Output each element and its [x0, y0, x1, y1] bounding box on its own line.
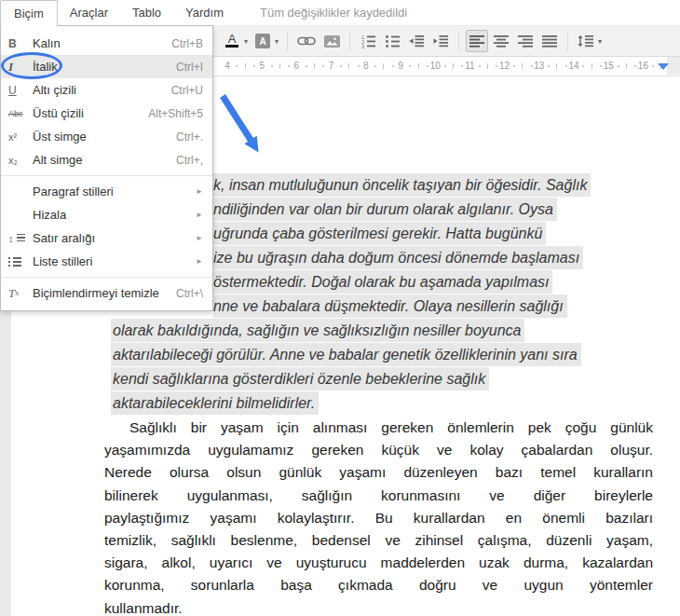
menu-item-list-styles[interactable]: Liste stilleri► — [1, 250, 212, 273]
increase-indent-icon — [433, 34, 448, 48]
menu-item-shortcut: Ctrl+. — [176, 130, 212, 144]
app-window: k, insan mutluluğunun öncelik taşıyan bi… — [0, 0, 680, 616]
menu-item-shortcut: Ctrl+U — [171, 84, 212, 97]
text-color-dropdown-icon[interactable]: ▾ — [244, 37, 248, 46]
highlight-color-dropdown-icon[interactable]: ▾ — [275, 37, 279, 46]
ruler-tick — [409, 65, 411, 67]
menu-item-label: Alt simge — [33, 153, 176, 167]
insert-link-button[interactable] — [294, 30, 319, 52]
highlight-color-button[interactable]: A — [252, 30, 274, 52]
ruler-number: 9 — [394, 61, 407, 71]
paragraph-line[interactable]: Sağlıklı bir yaşam için alınması gereken… — [104, 417, 653, 439]
menu-item-label: Satır aralığı — [33, 231, 196, 245]
selected-text-line[interactable]: olarak bakıldığında, sağlığın ve sağlıks… — [111, 319, 524, 342]
align-left-icon — [469, 34, 484, 48]
ruler-number: 13 — [533, 61, 546, 71]
ruler-tick — [306, 65, 307, 67]
ruler-number: 4 — [221, 61, 234, 71]
text-color-button[interactable]: A — [221, 30, 243, 52]
menu-separator — [1, 175, 212, 176]
ruler-number: 8 — [360, 61, 373, 71]
ruler-number: 6 — [290, 61, 303, 71]
paragraph-line[interactable]: yaşamımızda uygulamamız gereken küçük ve… — [104, 439, 653, 461]
selected-text-line[interactable]: aktarabileceklerini bilmelidirler. — [111, 391, 319, 415]
italic-icon: I — [8, 60, 33, 75]
ruler-number: 5 — [255, 61, 268, 71]
clear-formatting-icon: T — [8, 286, 33, 301]
selected-text-line[interactable]: kendi sağlıklarına gösterdikleri özenle … — [111, 367, 489, 390]
ruler-tick — [592, 63, 592, 69]
align-left-button[interactable] — [466, 30, 488, 52]
ruler-tick — [348, 63, 349, 69]
selected-text-line[interactable]: östermektedir. Doğal olarak bu aşamada y… — [213, 270, 552, 294]
paragraph-line[interactable]: bilinerek uygulanması, sağlığın korunmas… — [104, 485, 653, 507]
menu-item-paragraph-styles[interactable]: Paragraf stilleri► — [1, 180, 212, 203]
submenu-arrow-icon: ► — [196, 257, 212, 266]
format-menu-dropdown: BKalınCtrl+BIİtalikCtrl+IUAltı çiziliCtr… — [0, 25, 213, 311]
menu-item-line-spacing[interactable]: Satır aralığı► — [1, 226, 212, 250]
menubar-item-araçlar[interactable]: Araçlar — [58, 0, 120, 25]
ruler-tick — [548, 65, 550, 67]
body-paragraph: Sağlıklı bir yaşam için alınması gereken… — [104, 417, 653, 616]
menu-item-superscript[interactable]: x²Üst simgeCtrl+. — [1, 125, 212, 148]
bulleted-list-button[interactable] — [381, 30, 403, 52]
selected-text-line[interactable]: uğrunda çaba gösterilmesi gerekir. Hatta… — [213, 222, 546, 245]
right-indent-marker[interactable] — [658, 63, 669, 70]
ruler-tick — [444, 65, 446, 67]
menu-item-shortcut: Ctrl+I — [176, 61, 212, 74]
ruler-tick — [652, 65, 654, 67]
subscript-icon: x₂ — [8, 155, 33, 166]
decrease-indent-button[interactable] — [405, 30, 428, 52]
ruler-tick — [245, 63, 246, 69]
align-center-button[interactable] — [490, 30, 512, 52]
menu-item-strikethrough[interactable]: AbcÜstü çiziliAlt+Shift+5 — [1, 102, 212, 125]
paragraph-line[interactable]: kullanmadır. — [104, 597, 653, 616]
ruler-tick — [236, 65, 238, 67]
save-status: Tüm değişiklikler kaydedildi — [260, 0, 407, 25]
menu-item-subscript[interactable]: x₂Alt simgeCtrl+, — [1, 148, 212, 171]
selected-text-line[interactable]: nne ve babalara düşmektedir. Olaya nesil… — [213, 294, 567, 318]
ruler-tick — [479, 65, 481, 67]
ruler-tick — [383, 63, 384, 69]
line-spacing-dropdown-icon[interactable]: ▾ — [598, 37, 602, 46]
ruler-tick — [271, 65, 273, 67]
line-spacing-button[interactable] — [575, 30, 597, 52]
annotation-arrow-icon — [213, 89, 279, 172]
ruler-number: 7 — [325, 61, 338, 71]
align-right-button[interactable] — [514, 30, 537, 52]
selected-text-line[interactable]: ize bu uğraşın daha doğum öncesi dönemde… — [213, 246, 583, 269]
paragraph-line[interactable]: sigara, alkol, uyarıcı ve uyuşturucu mad… — [104, 552, 653, 574]
toolbar-separator — [458, 32, 459, 50]
increase-indent-button[interactable] — [429, 30, 452, 52]
ruler-tick — [279, 63, 280, 69]
menu-item-label: Paragraf stilleri — [33, 185, 196, 198]
menubar-item-yardım[interactable]: Yardım — [173, 0, 236, 25]
menubar-item-biçim[interactable]: Biçim — [0, 0, 58, 26]
paragraph-line[interactable]: Nerede olursa olsun günlük yaşamı düzenl… — [104, 461, 653, 484]
menubar-item-tablo[interactable]: Tablo — [120, 0, 173, 25]
menu-item-bold[interactable]: BKalınCtrl+B — [1, 32, 212, 55]
justify-icon — [542, 34, 557, 48]
menu-item-shortcut: Ctrl+B — [171, 37, 212, 50]
menu-item-label: İtalik — [33, 60, 176, 74]
menu-item-label: Liste stilleri — [33, 254, 196, 268]
selected-text-line[interactable]: aktarılabileceği görülür. Anne ve babala… — [111, 343, 581, 366]
ruler-tick — [522, 63, 523, 69]
ruler-number: 12 — [498, 61, 511, 71]
selected-text-line[interactable]: ndiliğinden var olan bir durum olarak al… — [213, 198, 557, 221]
justify-button[interactable] — [538, 30, 561, 52]
paragraph-line[interactable]: korunma, sorunlarla başa çıkmada doğru v… — [104, 574, 653, 596]
paragraph-line[interactable]: paylaştığımız yaşamı kolaylaştırır. Bu k… — [104, 507, 653, 529]
menu-item-label: Üst simge — [33, 130, 176, 144]
text-color-icon: A — [225, 34, 238, 48]
menu-item-underline[interactable]: UAltı çiziliCtrl+U — [1, 78, 212, 102]
submenu-arrow-icon: ► — [196, 187, 212, 196]
ruler-tick — [556, 63, 557, 69]
insert-image-button[interactable] — [320, 30, 343, 52]
menu-item-align[interactable]: Hizala► — [1, 203, 212, 226]
paragraph-line[interactable]: temizlik, sağlıklı beslenme, bedensel ve… — [104, 529, 653, 552]
numbered-list-button[interactable]: 1 2 3 — [357, 30, 379, 52]
selected-text-line[interactable]: k, insan mutluluğunun öncelik taşıyan bi… — [213, 173, 591, 197]
menu-item-clear-formatting[interactable]: TBiçimlendirmeyi temizleCtrl+\ — [1, 281, 212, 305]
menu-item-italic[interactable]: IİtalikCtrl+I — [1, 55, 212, 78]
